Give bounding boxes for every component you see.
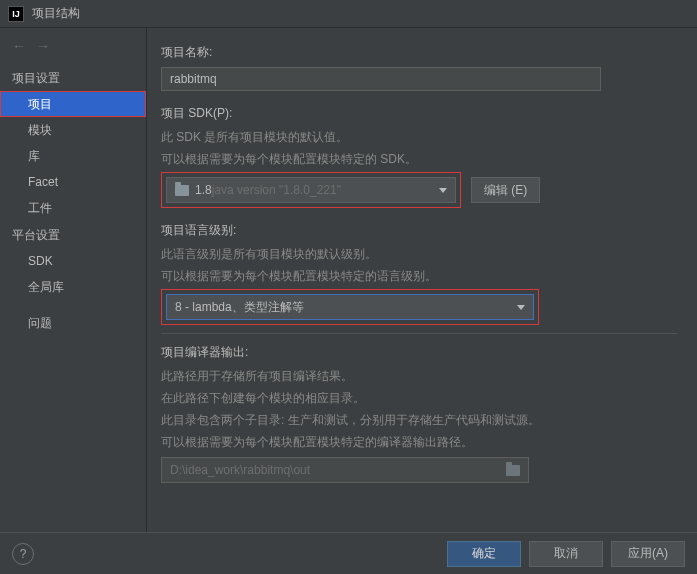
output-path-value: D:\idea_work\rabbitmq\out: [170, 463, 310, 477]
cancel-button[interactable]: 取消: [529, 541, 603, 567]
sdk-dropdown[interactable]: 1.8 java version "1.8.0_221": [166, 177, 456, 203]
output-label: 项目编译器输出:: [161, 344, 677, 361]
edit-sdk-button[interactable]: 编辑 (E): [471, 177, 540, 203]
lang-level-value: 8 - lambda、类型注解等: [175, 299, 304, 316]
lang-highlight: 8 - lambda、类型注解等: [161, 289, 539, 325]
sdk-highlight: 1.8 java version "1.8.0_221": [161, 172, 461, 208]
lang-level-label: 项目语言级别:: [161, 222, 677, 239]
chevron-down-icon: [439, 188, 447, 193]
output-desc-3: 此目录包含两个子目录: 生产和测试，分别用于存储生产代码和测试源。: [161, 411, 677, 429]
folder-icon: [175, 185, 189, 196]
sidebar-item-problems[interactable]: 问题: [0, 310, 146, 336]
nav-back-icon[interactable]: ←: [12, 38, 26, 54]
ok-button[interactable]: 确定: [447, 541, 521, 567]
separator: [161, 333, 677, 334]
output-desc-2: 在此路径下创建每个模块的相应目录。: [161, 389, 677, 407]
sidebar-item-libraries[interactable]: 库: [0, 143, 146, 169]
sdk-value-prefix: 1.8: [195, 183, 212, 197]
sidebar-item-artifacts[interactable]: 工件: [0, 195, 146, 221]
sidebar-item-label: SDK: [28, 254, 53, 268]
sidebar-item-facet[interactable]: Facet: [0, 169, 146, 195]
help-button[interactable]: ?: [12, 543, 34, 565]
sidebar-item-label: Facet: [28, 175, 58, 189]
output-desc-4: 可以根据需要为每个模块配置模块特定的编译器输出路径。: [161, 433, 677, 451]
sdk-desc-2: 可以根据需要为每个模块配置模块特定的 SDK。: [161, 150, 677, 168]
sidebar-item-label: 全局库: [28, 280, 64, 294]
sidebar-item-project[interactable]: 项目: [0, 91, 146, 117]
sdk-label: 项目 SDK(P):: [161, 105, 677, 122]
sidebar-item-label: 工件: [28, 201, 52, 215]
sdk-desc-1: 此 SDK 是所有项目模块的默认值。: [161, 128, 677, 146]
help-icon: ?: [20, 547, 27, 561]
app-icon: IJ: [8, 6, 24, 22]
sidebar-item-sdk[interactable]: SDK: [0, 248, 146, 274]
chevron-down-icon: [517, 305, 525, 310]
sidebar-item-global-libs[interactable]: 全局库: [0, 274, 146, 300]
sdk-value-suffix: java version "1.8.0_221": [212, 183, 341, 197]
project-name-label: 项目名称:: [161, 44, 677, 61]
main-area: ← → 项目设置 项目 模块 库 Facet 工件 平台设置 SDK 全局库 问…: [0, 28, 697, 532]
content-panel: 项目名称: 项目 SDK(P): 此 SDK 是所有项目模块的默认值。 可以根据…: [147, 28, 697, 532]
sidebar-section-project-settings: 项目设置: [0, 64, 146, 91]
footer: ? 确定 取消 应用(A): [0, 532, 697, 574]
nav-arrows: ← →: [0, 34, 146, 64]
sidebar-section-platform-settings: 平台设置: [0, 221, 146, 248]
lang-desc-2: 可以根据需要为每个模块配置模块特定的语言级别。: [161, 267, 677, 285]
sidebar-item-label: 模块: [28, 123, 52, 137]
browse-folder-icon[interactable]: [506, 465, 520, 476]
apply-button[interactable]: 应用(A): [611, 541, 685, 567]
titlebar: IJ 项目结构: [0, 0, 697, 28]
lang-level-dropdown[interactable]: 8 - lambda、类型注解等: [166, 294, 534, 320]
sidebar-item-label: 问题: [28, 316, 52, 330]
project-name-input[interactable]: [161, 67, 601, 91]
nav-forward-icon[interactable]: →: [36, 38, 50, 54]
sidebar-item-modules[interactable]: 模块: [0, 117, 146, 143]
sidebar: ← → 项目设置 项目 模块 库 Facet 工件 平台设置 SDK 全局库 问…: [0, 28, 147, 532]
sidebar-item-label: 库: [28, 149, 40, 163]
window-title: 项目结构: [32, 5, 80, 22]
output-path-field[interactable]: D:\idea_work\rabbitmq\out: [161, 457, 529, 483]
output-desc-1: 此路径用于存储所有项目编译结果。: [161, 367, 677, 385]
lang-desc-1: 此语言级别是所有项目模块的默认级别。: [161, 245, 677, 263]
sidebar-item-label: 项目: [28, 97, 52, 111]
